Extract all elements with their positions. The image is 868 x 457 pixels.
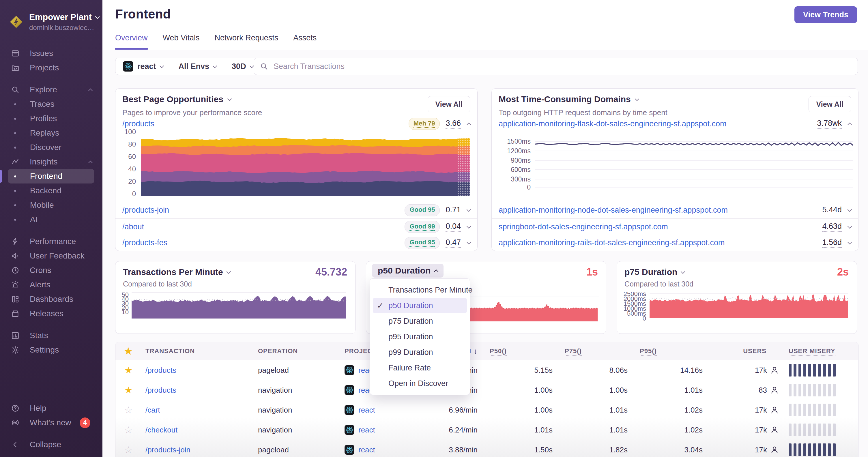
chevron-down-icon[interactable] — [467, 240, 471, 244]
user-misery-bars — [788, 384, 858, 396]
menu-item-transactions-per-minute[interactable]: Transactions Per Minute — [373, 282, 467, 298]
user-icon — [770, 445, 779, 454]
page-link[interactable]: /about — [122, 223, 144, 231]
column-header-users[interactable]: USERS — [703, 347, 779, 355]
chevron-up-icon — [434, 269, 439, 274]
chevron-down-icon[interactable] — [467, 207, 471, 212]
sidebar-item-explore[interactable]: Explore — [8, 83, 94, 97]
domain-link[interactable]: application-monitoring-flask-dot-sales-e… — [499, 120, 726, 128]
domain-link[interactable]: application-monitoring-node-dot-sales-en… — [499, 206, 728, 215]
menu-item-p75-duration[interactable]: p75 Duration — [373, 313, 467, 329]
star-outline-icon[interactable]: ☆ — [116, 424, 142, 435]
sidebar-item-collapse[interactable]: Collapse — [8, 437, 94, 452]
sidebar-item-profiles[interactable]: Profiles — [8, 111, 94, 126]
sidebar-item-issues[interactable]: Issues — [8, 46, 94, 61]
column-header-misery[interactable]: USER MISERY — [779, 347, 858, 355]
tab-web-vitals[interactable]: Web Vitals — [163, 33, 200, 50]
sidebar-item-stats[interactable]: Stats — [8, 328, 94, 343]
sidebar-item-backend[interactable]: Backend — [8, 184, 94, 198]
column-header-p50[interactable]: P50() — [477, 347, 553, 355]
tab-assets[interactable]: Assets — [293, 33, 316, 50]
menu-item-failure-rate[interactable]: Failure Rate — [373, 360, 467, 376]
column-header-p75[interactable]: P75() — [553, 347, 628, 355]
domains-title[interactable]: Most Time-Consuming Domains — [499, 94, 668, 104]
sidebar-item-replays[interactable]: Replays — [8, 126, 94, 140]
search-icon — [11, 85, 20, 94]
sidebar-item-discover[interactable]: Discover — [8, 140, 94, 155]
chevron-down-icon[interactable] — [847, 207, 852, 212]
sidebar-item-user-feedback[interactable]: User Feedback — [8, 249, 94, 263]
best-pages-title[interactable]: Best Page Opportunities — [122, 94, 262, 104]
star-filled-icon[interactable]: ★ — [116, 385, 142, 396]
column-header-p95[interactable]: P95() — [628, 347, 703, 355]
view-trends-button[interactable]: View Trends — [795, 6, 857, 23]
svg-text:1500ms: 1500ms — [624, 300, 646, 307]
environment-filter[interactable]: All Envs — [171, 58, 224, 75]
sidebar-item-insights[interactable]: Insights — [8, 155, 94, 169]
domain-row: springboot-dot-sales-engineering-sf.apps… — [492, 219, 858, 235]
transaction-link[interactable]: /products — [146, 386, 176, 394]
page-link[interactable]: /products-fes — [122, 238, 167, 247]
sidebar-item-ai[interactable]: AI — [8, 213, 94, 227]
tab-overview[interactable]: Overview — [115, 33, 148, 50]
menu-item-open-in-discover[interactable]: Open in Discover — [373, 376, 467, 391]
sidebar-item-projects[interactable]: Projects — [8, 61, 94, 75]
project-cell[interactable]: react — [341, 445, 418, 455]
broadcast-icon — [11, 418, 20, 427]
bullet-icon — [14, 146, 16, 149]
project-filter[interactable]: react — [116, 58, 171, 75]
chevron-down-icon[interactable] — [847, 240, 852, 244]
sidebar-item-alerts[interactable]: Alerts — [8, 278, 94, 292]
tpm-metric-selector[interactable]: Transactions Per Minute — [123, 267, 230, 277]
sidebar-item-traces[interactable]: Traces — [8, 97, 94, 111]
project-cell[interactable]: react — [341, 405, 418, 415]
star-outline-icon[interactable]: ☆ — [116, 404, 142, 416]
sidebar-item-releases[interactable]: Releases — [8, 306, 94, 321]
user-misery-bars — [788, 424, 858, 436]
svg-text:600ms: 600ms — [511, 166, 531, 173]
bullet-icon — [14, 219, 16, 221]
page-link[interactable]: /products-join — [122, 206, 169, 215]
p75-metric-selector[interactable]: p75 Duration — [624, 267, 684, 277]
star-filled-icon[interactable]: ★ — [116, 365, 142, 376]
sidebar-item-mobile[interactable]: Mobile — [8, 198, 94, 213]
best-page-row: /aboutGood 990.04 — [116, 219, 477, 235]
best-pages-view-all-button[interactable]: View All — [428, 96, 470, 112]
project-cell[interactable]: react — [341, 425, 418, 435]
stats-icon — [11, 331, 20, 340]
column-header-operation[interactable]: OPERATION — [254, 347, 341, 355]
domain-link[interactable]: springboot-dot-sales-engineering-sf.apps… — [499, 223, 668, 231]
p75-metric-subtitle: Compared to last 30d — [624, 280, 693, 288]
menu-item-p50-duration[interactable]: ✓p50 Duration — [373, 298, 467, 313]
sidebar-item-dashboards[interactable]: Dashboards — [8, 292, 94, 306]
domain-link[interactable]: application-monitoring-rails-dot-sales-e… — [499, 238, 724, 247]
sidebar-item-crons[interactable]: Crons — [8, 263, 94, 278]
page-link[interactable]: /products — [122, 120, 154, 128]
menu-item-p99-duration[interactable]: p99 Duration — [373, 345, 467, 360]
transaction-link[interactable]: /products-join — [146, 446, 190, 454]
svg-text:2000ms: 2000ms — [624, 295, 646, 302]
org-switcher[interactable]: Empower Plant dominik.buszowiec… — [0, 0, 102, 35]
chevron-up-icon[interactable] — [847, 122, 852, 127]
domains-view-all-button[interactable]: View All — [809, 96, 851, 112]
menu-item-p95-duration[interactable]: p95 Duration — [373, 329, 467, 345]
sidebar-item-frontend[interactable]: Frontend — [8, 169, 94, 184]
chevron-down-icon — [226, 269, 231, 274]
transaction-link[interactable]: /checkout — [146, 426, 178, 434]
chevron-down-icon[interactable] — [467, 224, 471, 228]
sidebar-item-settings[interactable]: Settings — [8, 343, 94, 357]
tab-network-requests[interactable]: Network Requests — [215, 33, 278, 50]
opportunity-score: 0.47 — [445, 238, 461, 248]
table-row: ☆/cartnavigationreact6.96/min1.00s1.01s1… — [116, 400, 858, 420]
p50-metric-selector[interactable]: p50 Duration — [372, 264, 443, 278]
sidebar-item-performance[interactable]: Performance — [8, 234, 94, 249]
sidebar-item-what-s-new[interactable]: What's new4 — [8, 416, 94, 430]
transaction-link[interactable]: /products — [146, 366, 176, 374]
sidebar-item-help[interactable]: Help — [8, 401, 94, 416]
star-outline-icon[interactable]: ☆ — [116, 444, 142, 455]
chevron-down-icon[interactable] — [847, 224, 852, 228]
transaction-link[interactable]: /cart — [146, 406, 160, 414]
chevron-up-icon[interactable] — [467, 122, 471, 127]
search-transactions-input[interactable] — [273, 62, 852, 71]
column-header-transaction[interactable]: TRANSACTION — [142, 347, 254, 355]
